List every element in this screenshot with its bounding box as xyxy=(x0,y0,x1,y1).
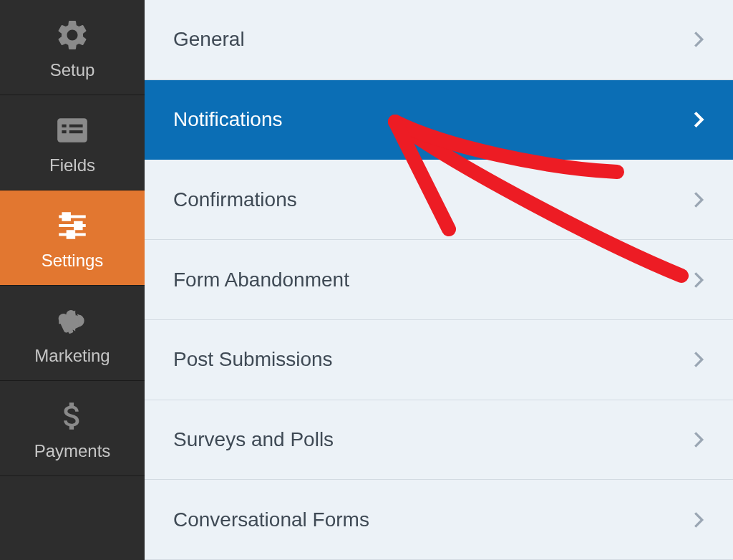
settings-item-form-abandonment[interactable]: Form Abandonment xyxy=(145,240,733,320)
settings-item-notifications[interactable]: Notifications xyxy=(145,80,733,160)
svg-rect-10 xyxy=(68,231,74,237)
sidebar-item-label: Payments xyxy=(34,441,111,461)
svg-rect-8 xyxy=(75,223,81,228)
sidebar-item-label: Fields xyxy=(49,155,95,175)
dollar-icon xyxy=(54,398,90,434)
settings-item-confirmations[interactable]: Confirmations xyxy=(145,160,733,240)
sidebar-item-fields[interactable]: Fields xyxy=(0,95,145,190)
chevron-right-icon xyxy=(693,511,704,529)
settings-panel: General Notifications Confirmations Form… xyxy=(145,0,733,560)
svg-rect-1 xyxy=(62,125,66,127)
list-icon xyxy=(54,112,90,148)
sidebar-item-marketing[interactable]: Marketing xyxy=(0,286,145,381)
svg-rect-4 xyxy=(69,130,83,133)
chevron-right-icon xyxy=(693,271,704,289)
sidebar-item-label: Marketing xyxy=(34,346,110,366)
settings-item-label: Post Submissions xyxy=(173,348,333,371)
settings-item-label: Form Abandonment xyxy=(173,269,349,291)
settings-item-label: Conversational Forms xyxy=(173,508,369,531)
settings-item-label: Confirmations xyxy=(173,188,297,211)
sidebar-item-label: Settings xyxy=(42,251,104,271)
sidebar-item-settings[interactable]: Settings xyxy=(0,190,145,286)
settings-item-conversational-forms[interactable]: Conversational Forms xyxy=(145,480,733,560)
settings-item-label: Notifications xyxy=(173,108,283,131)
sliders-icon xyxy=(54,208,90,243)
chevron-right-icon xyxy=(693,30,704,49)
svg-rect-2 xyxy=(69,125,83,127)
settings-item-label: General xyxy=(173,28,245,51)
settings-item-label: Surveys and Polls xyxy=(173,428,334,451)
megaphone-icon xyxy=(54,303,90,339)
svg-rect-3 xyxy=(62,130,66,133)
settings-item-surveys-polls[interactable]: Surveys and Polls xyxy=(145,400,733,481)
svg-rect-6 xyxy=(64,213,69,219)
settings-item-post-submissions[interactable]: Post Submissions xyxy=(145,320,733,400)
sidebar-item-setup[interactable]: Setup xyxy=(0,0,145,95)
settings-item-general[interactable]: General xyxy=(145,0,733,80)
sidebar-item-payments[interactable]: Payments xyxy=(0,381,145,476)
gear-icon xyxy=(54,17,90,53)
sidebar: Setup Fields Settings Marketing Payments xyxy=(0,0,145,560)
chevron-right-icon xyxy=(693,430,704,449)
chevron-right-icon xyxy=(693,110,704,129)
chevron-right-icon xyxy=(693,190,704,209)
chevron-right-icon xyxy=(693,350,704,369)
sidebar-item-label: Setup xyxy=(50,60,95,80)
